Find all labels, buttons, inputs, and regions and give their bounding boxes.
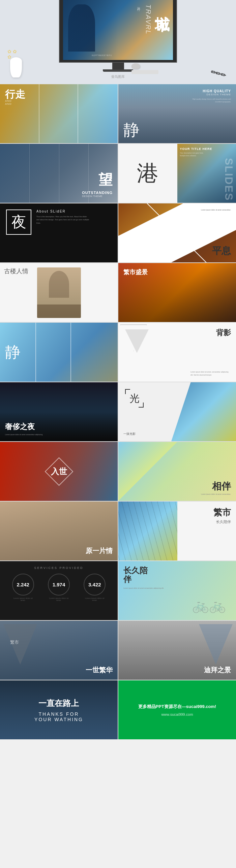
watermark-text: 壹鸟图库: [59, 74, 177, 79]
slide8-right-zh: 繁市 长久陪伴: [213, 506, 231, 524]
slide-3-left: 夜 About SLidER This is the description. …: [0, 204, 118, 262]
slide2-left-text: OUTSTANDING DESIGN THEME: [82, 191, 113, 198]
slide-2-left: OUTSTANDING DESIGN THEME 望: [0, 144, 118, 203]
monitor-neck: [112, 63, 124, 69]
slide6-body: Lorem ipsum dolor sit amet consectetur a…: [5, 433, 43, 436]
slide10-left-sub: 繁市: [10, 639, 19, 645]
slide-3-right: 平息 Lorem ipsum dolor sit amet consectetu…: [118, 204, 236, 262]
slide5-body: Lorem ipsum dolor sit amet, consectetur …: [190, 371, 231, 377]
keyboard-mouse: [131, 63, 158, 74]
monitor-body: 旅行 TRAVRL 城市 精品PPT模板资源下载平台: [59, 0, 177, 63]
slide1-right-en: HIGH QUALITY DESIGN THEME High quality d…: [190, 89, 231, 103]
slide-services: SERVICES PROVIDED 2.242 Lorem ipsum dolo…: [0, 561, 118, 620]
slide-row-1: 行走 AND AND 静 HIGH QUALITY DESIGN THEME H…: [0, 84, 236, 143]
keyboard-shape: [131, 70, 158, 74]
service-circle-1: 2.242 Lorem ipsum dolor sit amet.: [11, 574, 35, 601]
slide8-left-zh: 原一片情: [86, 546, 113, 555]
slide-8-left: 原一片情: [0, 501, 118, 560]
about-text-block: About SLidER This is the description. He…: [36, 210, 112, 225]
slide-row-9: SERVICES PROVIDED 2.242 Lorem ipsum dolo…: [0, 561, 236, 620]
travel-vert-label: 旅行: [137, 4, 141, 7]
travrl-label: TRAVRL: [144, 4, 152, 35]
slide10-left-zh: 一世繁华: [86, 665, 113, 675]
slide4-right-zh: 繁市盛景: [123, 268, 148, 276]
slide-6-right: 光 一抹光影: [118, 382, 236, 441]
screen-text-area: 旅行 TRAVRL 城市: [137, 4, 170, 35]
slide9-right-zh: 长久陪 伴 Lorem ipsum dolor sit amet consect…: [123, 566, 164, 590]
slide-row-2: OUTSTANDING DESIGN THEME 望 港 YOUR TITLE …: [0, 144, 236, 203]
slide-row-11: 一直在路上 THANKS FOR YOUR WATHING 更多精品PPT资源尽…: [0, 680, 236, 739]
mouse-shape: [131, 63, 140, 69]
monitor-base: [103, 69, 133, 72]
slide-9-right: 🚲🚲 长久陪 伴 Lorem ipsum dolor sit amet cons…: [118, 561, 236, 620]
vase-decoration: ✿ ✿ ✿: [10, 57, 22, 78]
slide-row-3: 夜 About SLidER This is the description. …: [0, 204, 236, 262]
pencils-decoration: ✏✏✏: [211, 69, 226, 78]
slide5-right-zh: 背影: [216, 328, 231, 338]
divider-2: [78, 84, 78, 143]
slide-row-8: 原一片情 繁市 长久陪伴: [0, 501, 236, 560]
slide-row-10: 一世繁华 繁市 迪拜之景: [0, 621, 236, 680]
service-circles-row: 2.242 Lorem ipsum dolor sit amet. 1.974 …: [5, 574, 113, 601]
slides-watermark: SLIDES: [223, 158, 235, 201]
slide-7-left: 入世: [0, 442, 118, 501]
slide6-left-zh: 奢侈之夜 Lorem ipsum dolor sit amet consecte…: [5, 422, 43, 436]
slide-10-left: 一世繁华 繁市: [0, 621, 118, 680]
slide-5-right: 背影 Lorem ipsum dolor sit amet, consectet…: [118, 323, 236, 382]
service-circle-2: 1.974 Lorem ipsum dolor sit amet.: [47, 574, 70, 601]
slide3-right-text: 平息: [212, 245, 231, 257]
slide5-left-zh: 静: [5, 342, 21, 363]
slides-container: 行走 AND AND 静 HIGH QUALITY DESIGN THEME H…: [0, 84, 236, 739]
slide-10-right: 迪拜之景: [118, 621, 236, 680]
slide1-right-body: High quality design theme with beautiful…: [190, 98, 231, 103]
slide-11-right: 更多精品PPT资源尽在—sucai999.com! www.sucai999.c…: [118, 680, 236, 739]
slide2-left-zh: 望: [98, 170, 113, 189]
monitor: 旅行 TRAVRL 城市 精品PPT模板资源下载平台 壹鸟图库: [59, 0, 177, 79]
night-char-box: 夜: [6, 210, 31, 235]
slide1-zh: 行走 AND AND: [5, 89, 25, 105]
slide-1-right: 静 HIGH QUALITY DESIGN THEME High quality…: [118, 84, 236, 143]
slide1-right-text: 静: [123, 122, 140, 138]
slide-2-right: 港 YOUR TITLE HERE Your description text …: [118, 144, 236, 203]
slide-4-right: 繁市盛景: [118, 263, 236, 322]
slide7-right-zh: 相伴 Lorem ipsum dolor sit amet consectetu…: [201, 480, 231, 496]
slide-row-7: 入世 相伴 Lorem ipsum dolor sit amet consect…: [0, 442, 236, 501]
hero-section: ✿ ✿ ✿ 旅行 TRAVRL 城市: [0, 0, 236, 84]
slide-row-4: 古楼人情 繁市盛景: [0, 263, 236, 322]
slide-row-5: 静 背影 Lorem ipsum dolor sit amet, consect…: [0, 323, 236, 382]
slide-4-left: 古楼人情: [0, 263, 118, 322]
about-body: This is the description. Here you find t…: [36, 215, 90, 225]
slide11-left-text: 一直在路上 THANKS FOR YOUR WATHING: [34, 698, 83, 722]
slide-11-left: 一直在路上 THANKS FOR YOUR WATHING: [0, 680, 118, 739]
slide10-right-zh: 迪拜之景: [204, 665, 231, 675]
service-circle-3: 3.422 Lorem ipsum dolor sit amet.: [83, 574, 107, 601]
screen-desc: 精品PPT模板资源下载平台: [92, 54, 129, 57]
slide-5-left: 静: [0, 323, 118, 382]
divider-1: [39, 84, 39, 143]
vase-flowers: ✿ ✿ ✿: [7, 49, 22, 60]
slide-row-6: 奢侈之夜 Lorem ipsum dolor sit amet consecte…: [0, 382, 236, 441]
slide-6-left: 奢侈之夜 Lorem ipsum dolor sit amet consecte…: [0, 382, 118, 441]
pencils: ✏✏✏: [210, 68, 227, 80]
monitor-screen: 旅行 TRAVRL 城市 精品PPT模板资源下载平台: [63, 0, 173, 60]
slide3-body: Lorem ipsum dolor sit amet consectetur.: [201, 209, 231, 212]
slide-7-right: 相伴 Lorem ipsum dolor sit amet consectetu…: [118, 442, 236, 501]
slide-8-right: 繁市 长久陪伴: [118, 501, 236, 560]
slide6-right-sub: 一抹光影: [123, 432, 136, 436]
slide-1-left: 行走 AND AND: [0, 84, 118, 143]
